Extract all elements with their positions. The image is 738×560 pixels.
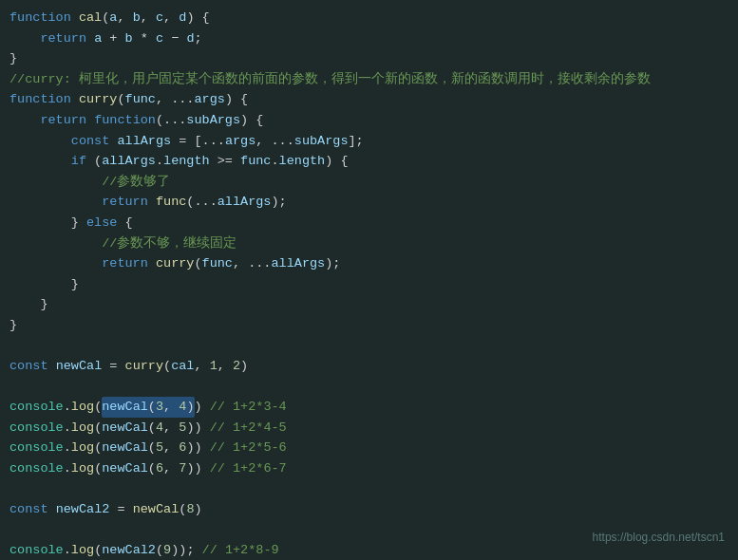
code-line-17 xyxy=(0,336,738,357)
code-editor: function cal(a, b, c, d) { return a + b … xyxy=(0,0,738,560)
code-line-25: const newCal2 = newCal(8) xyxy=(0,499,738,520)
code-line-19 xyxy=(0,377,738,398)
code-line-22: console.log(newCal(5, 6)) // 1+2*5-6 xyxy=(0,438,738,458)
watermark: https://blog.csdn.net/tscn1 xyxy=(593,529,725,547)
code-line-2: return a + b * c − d; xyxy=(0,28,738,49)
code-line-21: console.log(newCal(4, 5)) // 1+2*4-5 xyxy=(0,418,738,439)
code-line-7: const allArgs = [...args, ...subArgs]; xyxy=(0,131,738,152)
code-line-1: function cal(a, b, c, d) { xyxy=(0,8,738,28)
code-line-13: return curry(func, ...allArgs); xyxy=(0,253,738,274)
code-line-10: return func(...allArgs); xyxy=(0,192,738,213)
code-line-12: //参数不够，继续固定 xyxy=(0,233,738,254)
code-line-14: } xyxy=(0,274,738,295)
code-line-24 xyxy=(0,479,738,500)
code-line-18: const newCal = curry(cal, 1, 2) xyxy=(0,356,738,377)
keyword-function: function xyxy=(9,8,71,28)
code-line-20: console.log(newCal(3, 4)) // 1+2*3-4 xyxy=(0,397,738,418)
code-line-16: } xyxy=(0,315,738,336)
code-line-9: //参数够了 xyxy=(0,172,738,193)
code-line-15: } xyxy=(0,294,738,315)
code-line-8: if (allArgs.length >= func.length) { xyxy=(0,151,738,172)
code-line-11: } else { xyxy=(0,213,738,233)
code-line-5: function curry(func, ...args) { xyxy=(0,89,738,110)
code-line-23: console.log(newCal(6, 7)) // 1+2*6-7 xyxy=(0,458,738,479)
code-line-6: return function(...subArgs) { xyxy=(0,110,738,131)
code-line-4: //curry: 柯里化，用户固定某个函数的前面的参数，得到一个新的函数，新的函… xyxy=(0,69,738,90)
code-line-3: } xyxy=(0,48,738,69)
